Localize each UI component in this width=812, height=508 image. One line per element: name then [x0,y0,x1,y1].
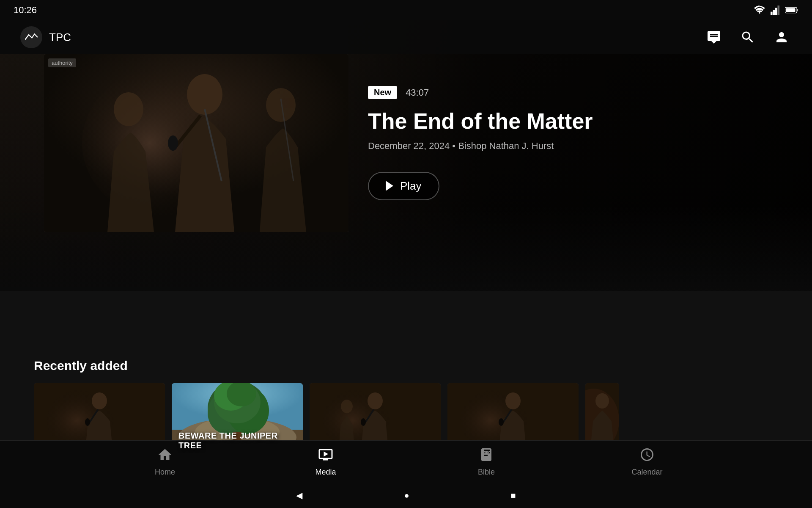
status-icons [754,6,798,15]
svg-rect-5 [797,9,798,11]
nav-bible[interactable]: Bible [461,447,512,477]
app-bar-actions [704,27,792,47]
svg-rect-1 [773,10,775,15]
logo-circle [20,26,42,48]
play-button[interactable]: Play [368,172,439,200]
svg-point-40 [505,392,521,409]
svg-point-45 [595,393,609,409]
svg-point-37 [341,400,353,413]
svg-rect-2 [775,8,777,15]
sys-nav: ◀ ● ■ [0,483,812,508]
bible-icon [479,447,494,464]
bottom-nav: Home Media Bible Calendar [0,440,812,483]
hero-badges: New 43:07 [368,86,778,99]
svg-rect-3 [778,6,780,15]
media-card-juniper[interactable]: BEWARE THE JUNIPER TREE [172,383,303,457]
hero-thumbnail[interactable]: authority [44,54,348,232]
status-bar: 10:26 [0,0,812,20]
section-title: Recently added [34,359,778,373]
hero-duration: 43:07 [406,87,429,98]
authority-badge: authority [48,58,76,67]
hero-thumbnail-bg: authority [44,54,348,232]
nav-media-label: Media [315,468,336,477]
nav-calendar[interactable]: Calendar [622,447,672,477]
play-icon [386,181,393,191]
chat-button[interactable] [704,27,724,47]
nav-media[interactable]: Media [300,447,351,477]
app-bar: TPC [0,20,812,54]
svg-point-42 [499,418,504,426]
svg-point-9 [187,74,222,115]
svg-point-18 [92,392,107,409]
svg-point-34 [368,392,383,409]
svg-point-12 [114,92,143,126]
signal-icon [771,6,780,15]
svg-point-36 [361,418,366,426]
hero-meta: December 22, 2024 • Bishop Nathan J. Hur… [368,141,778,152]
new-badge: New [368,86,397,99]
svg-point-11 [168,135,178,151]
svg-point-13 [266,88,296,122]
svg-point-20 [85,418,90,426]
play-label: Play [400,179,422,193]
svg-rect-0 [771,12,773,15]
battery-icon [785,6,798,14]
back-button[interactable]: ◀ [296,490,302,500]
juniper-card-title: BEWARE THE JUNIPER TREE [178,431,296,450]
svg-rect-6 [786,8,796,12]
home-button[interactable]: ● [404,491,409,500]
card-thumb-juniper: BEWARE THE JUNIPER TREE [172,383,303,457]
nav-bible-label: Bible [478,468,495,477]
home-icon [157,447,173,464]
nav-home[interactable]: Home [140,447,190,477]
hero-title: The End of the Matter [368,109,778,133]
nav-calendar-label: Calendar [631,468,662,477]
hero-info: New 43:07 The End of the Matter December… [368,54,778,232]
calendar-icon [639,447,655,464]
media-icon [318,447,333,464]
recents-button[interactable]: ■ [511,491,516,500]
account-button[interactable] [771,27,792,47]
search-button[interactable] [738,27,758,47]
app-logo[interactable]: TPC [20,26,71,48]
wifi-icon [754,6,765,15]
app-title: TPC [49,31,71,44]
hero-section: authority [0,20,812,291]
status-time: 10:26 [14,5,37,16]
nav-home-label: Home [155,468,175,477]
